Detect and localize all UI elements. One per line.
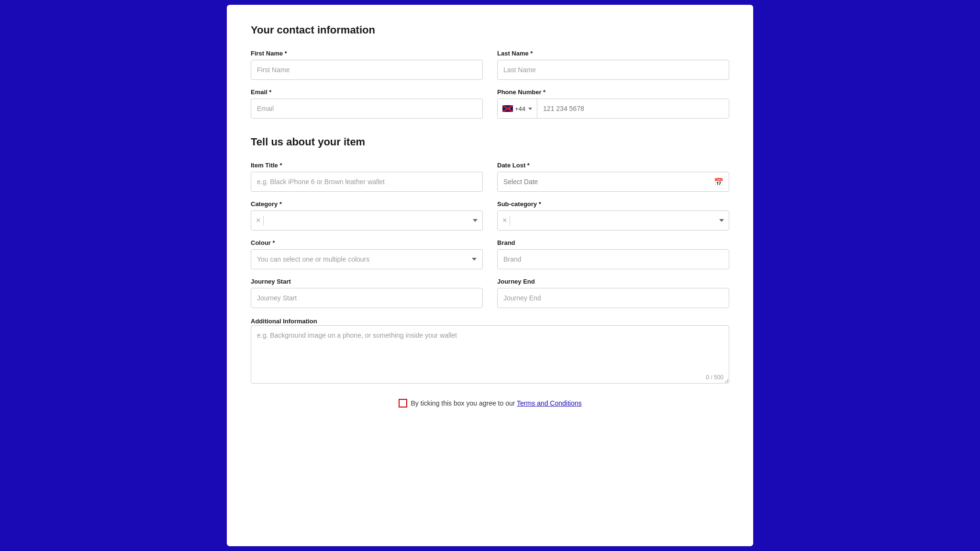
subcategory-select[interactable]: ×: [497, 210, 729, 231]
calendar-icon[interactable]: 📅: [714, 177, 724, 187]
email-phone-row: Email * Phone Number * +44: [251, 88, 729, 119]
country-chevron-icon: [528, 108, 532, 110]
phone-country-selector[interactable]: +44: [498, 99, 537, 118]
colour-chevron-icon: [472, 258, 477, 261]
item-section: Tell us about your item Item Title * Dat…: [251, 136, 729, 408]
category-label: Category *: [251, 200, 483, 208]
email-input[interactable]: [251, 99, 483, 119]
item-title-label: Item Title *: [251, 162, 483, 169]
subcategory-clear-icon[interactable]: ×: [502, 216, 507, 225]
form-container: Your contact information First Name * La…: [227, 5, 753, 546]
phone-group: Phone Number * +44: [497, 88, 729, 119]
date-lost-input[interactable]: [497, 172, 729, 192]
contact-section: Your contact information First Name * La…: [251, 24, 729, 119]
email-group: Email *: [251, 88, 483, 119]
brand-input[interactable]: [497, 249, 729, 269]
journey-row: Journey Start Journey End: [251, 278, 729, 308]
additional-info-wrapper: 0 / 500: [251, 325, 729, 386]
terms-text: By ticking this box you agree to our Ter…: [411, 399, 582, 407]
category-row: Category * × Sub-category * ×: [251, 200, 729, 231]
first-name-label: First Name *: [251, 50, 483, 57]
item-section-title: Tell us about your item: [251, 136, 729, 148]
colour-group: Colour * You can select one or multiple …: [251, 239, 483, 269]
last-name-label: Last Name *: [497, 50, 729, 57]
category-chevron-icon: [473, 219, 478, 222]
name-row: First Name * Last Name *: [251, 50, 729, 80]
colour-brand-row: Colour * You can select one or multiple …: [251, 239, 729, 269]
country-code: +44: [515, 105, 525, 112]
date-lost-group: Date Lost * 📅: [497, 162, 729, 192]
category-group: Category * ×: [251, 200, 483, 231]
phone-label: Phone Number *: [497, 88, 729, 96]
date-lost-label: Date Lost *: [497, 162, 729, 169]
brand-group: Brand: [497, 239, 729, 269]
char-count: 0 / 500: [706, 374, 724, 381]
subcategory-chevron-icon: [719, 219, 724, 222]
journey-end-label: Journey End: [497, 278, 729, 285]
subcategory-label: Sub-category *: [497, 200, 729, 208]
journey-end-input[interactable]: [497, 288, 729, 308]
first-name-group: First Name *: [251, 50, 483, 80]
subcategory-separator: [510, 216, 510, 225]
brand-label: Brand: [497, 239, 729, 246]
additional-info-label: Additional Information: [251, 318, 317, 325]
journey-start-label: Journey Start: [251, 278, 483, 285]
terms-link[interactable]: Terms and Conditions: [517, 399, 581, 407]
additional-info-textarea[interactable]: [251, 325, 729, 384]
category-select[interactable]: ×: [251, 210, 483, 231]
colour-placeholder: You can select one or multiple colours: [257, 255, 472, 263]
title-date-row: Item Title * Date Lost * 📅: [251, 162, 729, 192]
category-clear-icon[interactable]: ×: [256, 216, 260, 225]
additional-info-section: Additional Information 0 / 500: [251, 317, 729, 386]
uk-flag-icon: [502, 105, 513, 112]
contact-section-title: Your contact information: [251, 24, 729, 36]
journey-end-group: Journey End: [497, 278, 729, 308]
last-name-input[interactable]: [497, 60, 729, 80]
page-wrapper: Your contact information First Name * La…: [0, 0, 980, 551]
colour-label: Colour *: [251, 239, 483, 246]
phone-number-input[interactable]: [537, 99, 729, 118]
category-separator: [263, 216, 264, 225]
terms-row: By ticking this box you agree to our Ter…: [251, 399, 729, 408]
last-name-group: Last Name *: [497, 50, 729, 80]
item-title-input[interactable]: [251, 172, 483, 192]
journey-start-group: Journey Start: [251, 278, 483, 308]
terms-checkbox[interactable]: [399, 399, 407, 408]
subcategory-group: Sub-category * ×: [497, 200, 729, 231]
first-name-input[interactable]: [251, 60, 483, 80]
phone-wrapper: +44: [497, 99, 729, 119]
email-label: Email *: [251, 88, 483, 96]
date-wrapper: 📅: [497, 172, 729, 192]
colour-select[interactable]: You can select one or multiple colours: [251, 249, 483, 269]
terms-text-static: By ticking this box you agree to our: [411, 399, 517, 407]
journey-start-input[interactable]: [251, 288, 483, 308]
item-title-group: Item Title *: [251, 162, 483, 192]
